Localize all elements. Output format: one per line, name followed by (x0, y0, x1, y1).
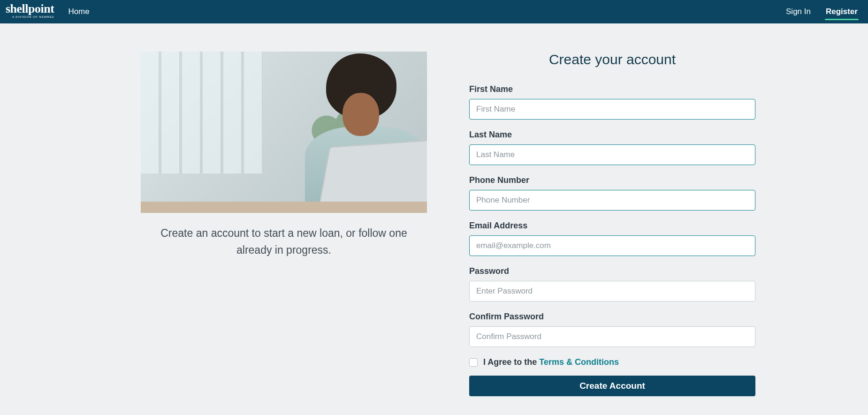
hero-desk (141, 202, 427, 213)
field-confirm-password: Confirm Password (469, 312, 755, 347)
nav-home[interactable]: Home (67, 1, 90, 22)
nav-left: Home (67, 1, 785, 22)
nav-signin[interactable]: Sign In (785, 1, 812, 22)
input-confirm-password[interactable] (469, 326, 755, 347)
hero-caption: Create an account to start a new loan, o… (152, 225, 415, 258)
agree-text: I Agree to the Terms & Conditions (483, 357, 619, 367)
field-email: Email Address (469, 221, 755, 256)
columns: Create an account to start a new loan, o… (113, 52, 755, 396)
create-account-button[interactable]: Create Account (469, 376, 755, 396)
input-password[interactable] (469, 281, 755, 302)
label-first-name: First Name (469, 84, 755, 94)
label-confirm-password: Confirm Password (469, 312, 755, 322)
label-email: Email Address (469, 221, 755, 231)
page: Create an account to start a new loan, o… (0, 23, 868, 396)
hero-bg-window (141, 52, 263, 174)
top-nav: shellpoint A DIVISION OF NEWREZ Home Sig… (0, 0, 868, 23)
input-email[interactable] (469, 235, 755, 256)
brand-tagline: A DIVISION OF NEWREZ (6, 15, 54, 18)
label-password: Password (469, 266, 755, 276)
nav-register[interactable]: Register (825, 1, 859, 22)
input-last-name[interactable] (469, 144, 755, 165)
input-phone[interactable] (469, 190, 755, 211)
field-phone: Phone Number (469, 175, 755, 211)
brand-name: shellpoint (6, 2, 54, 15)
field-first-name: First Name (469, 84, 755, 120)
agree-prefix: I Agree to the (483, 357, 539, 367)
nav-right: Sign In Register (785, 1, 859, 22)
field-last-name: Last Name (469, 130, 755, 165)
hero-image (141, 52, 427, 213)
terms-link[interactable]: Terms & Conditions (539, 357, 619, 367)
label-phone: Phone Number (469, 175, 755, 185)
agree-row: I Agree to the Terms & Conditions (469, 357, 755, 367)
input-first-name[interactable] (469, 99, 755, 120)
hero-column: Create an account to start a new loan, o… (141, 52, 427, 258)
label-last-name: Last Name (469, 130, 755, 140)
form-title: Create your account (469, 52, 755, 68)
register-form: Create your account First Name Last Name… (469, 52, 755, 396)
field-password: Password (469, 266, 755, 302)
brand-logo[interactable]: shellpoint A DIVISION OF NEWREZ (6, 3, 54, 18)
checkbox-agree[interactable] (469, 358, 478, 367)
